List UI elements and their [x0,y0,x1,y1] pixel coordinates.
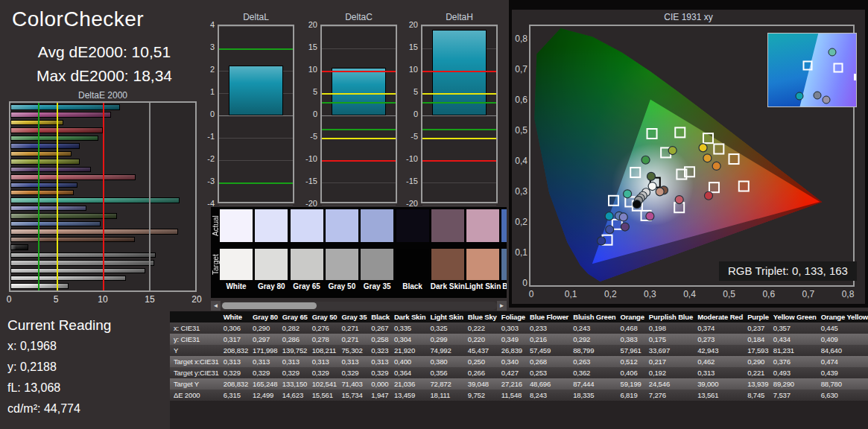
measurement-table: WhiteGray 80Gray 65Gray 50Gray 35BlackDa… [170,311,868,401]
axis-tick: -2 [195,154,215,163]
table-cell: 42,943 [695,345,745,356]
column-header-blue-sky: Blue Sky [466,311,499,322]
actual-swatch-gray-50 [326,209,358,242]
table-cell: 13,459 [392,390,428,401]
deltae-x-axis: 05101520 [9,294,197,305]
axis-tick: 1 [195,87,215,96]
table-cell: 102,541 [310,378,340,390]
cie-y-tick: 0,8 [513,34,528,44]
table-row: Target Y208,832165,248133,150102,54171,4… [170,378,868,390]
table-row: Target y:CIE310,3290,3290,3290,3290,3290… [170,367,868,378]
cie-measured-light-skin [656,188,664,196]
table-cell: 0,317 [221,334,250,345]
axis-tick: 0 [399,109,418,118]
page-title: ColorChecker [12,7,144,31]
table-cell: 0,273 [695,334,745,345]
deltae-x-tick: 5 [54,294,59,305]
cie-measured-blue-flower [619,213,627,221]
reference-line [322,160,396,162]
swatch-label: Gray 50 [322,282,362,290]
table-cell: 0,297 [250,334,280,345]
cie-chart-title: CIE 1931 xy [512,12,865,22]
table-cell: 9,752 [466,390,499,401]
cie-x-tick: 0,5 [723,289,735,299]
table-cell: 21,920 [392,345,428,356]
swatch-label: Dark Skin [428,282,468,290]
table-cell: 0,243 [571,322,618,334]
scrollbar-thumb[interactable] [222,302,317,309]
swatch-scrollbar[interactable]: ◄ ► [211,301,507,311]
axis-tick: 0 [298,109,317,118]
axis-tick: -15 [298,177,317,185]
table-cell: 6,630 [819,390,868,401]
table-cell: 165,248 [250,378,280,390]
scrollbar-track[interactable] [221,302,497,310]
swatch-label: Gray 80 [251,282,291,290]
column-header-gray-65: Gray 65 [280,311,310,322]
table-cell: 0,329 [221,367,250,378]
inset-edge-tick [854,74,856,80]
gridline [322,26,396,27]
table-cell: 0,493 [771,367,819,378]
cie-y-tick: 0,7 [513,64,528,74]
cie-x-tick: 0,1 [565,289,577,299]
column-header-bluish-green: Bluish Green [571,311,618,322]
cie-x-tick: 0,8 [842,289,855,299]
scrollbar-right-button[interactable]: ► [497,301,507,311]
cie-measured-yellow-green [668,147,677,155]
cie-measured-orange [712,162,720,170]
deltae-2000-chart [9,101,197,292]
deltae-reference-line [103,103,104,290]
gridline [219,160,293,161]
axis-tick: 3 [195,42,215,51]
row-label: x: CIE31 [170,322,221,334]
axis-tick: 10 [399,65,418,74]
reference-line [219,182,293,184]
table-cell: 0,253 [528,367,571,378]
table-cell: 15,734 [339,390,369,401]
table-cell: 0,313 [369,356,392,367]
reference-line [422,93,496,95]
table-cell: 0,299 [428,334,465,345]
column-header-moderate-red: Moderate Red [695,311,745,322]
cie-y-tick: 0 [513,278,528,288]
target-swatch-gray-35 [361,249,393,280]
table-cell: 17,593 [745,345,771,356]
reference-line [322,71,396,72]
reference-line [322,93,396,95]
cie-y-tick: 0,2 [513,217,528,227]
swatch-panel: ActualTargetWhiteGray 80Gray 65Gray 50Gr… [211,207,507,298]
column-header-black: Black [369,311,392,322]
actual-swatch-dark-skin [431,209,464,242]
cie-y-tick: 0,4 [513,156,528,166]
table-cell: 0,406 [618,367,647,378]
table-row: y: CIE310,3170,2970,2860,2780,2710,2580,… [170,334,868,345]
table-cell: 0,220 [466,334,499,345]
table-cell: 0,266 [466,367,499,378]
gridline [219,205,293,206]
scrollbar-left-button[interactable]: ◄ [211,301,221,311]
table-cell: 74,992 [428,345,465,356]
table-cell: 0,439 [819,367,868,378]
cie-y-tick: 0,6 [513,95,528,105]
cie-measured-black [633,200,641,209]
table-cell: 0,198 [647,322,695,334]
reference-line [219,48,293,50]
table-cell: 84,640 [819,345,868,356]
deltae-x-tick: 15 [145,294,154,305]
table-cell: 171,998 [250,345,280,356]
delta-chart-title: DeltaL [218,12,294,22]
cie-measured-orange-yellow [703,154,712,162]
table-cell: 71,403 [339,378,369,390]
column-header-light-skin: Light Skin [428,311,465,322]
deltae-x-tick: 0 [7,294,12,305]
gridline [422,26,496,27]
table-cell: 18,111 [428,390,465,401]
deltae-bar-blue-flower [10,206,86,212]
table-cell: 0,340 [499,356,528,367]
column-header-purplish-blue: Purplish Blue [647,311,695,322]
inset-measured-circle [822,96,830,104]
target-swatch-gray-65 [291,249,323,280]
table-cell: 8,243 [528,390,571,401]
gridline [322,115,396,116]
